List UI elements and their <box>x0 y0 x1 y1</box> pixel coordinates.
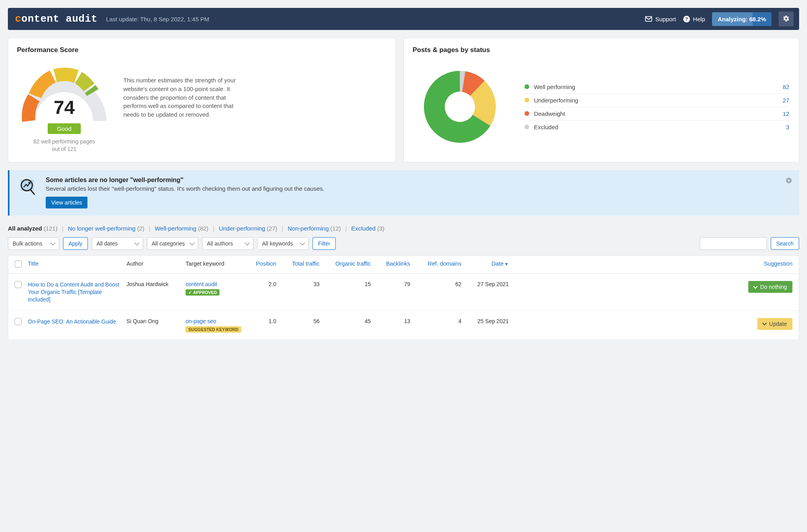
svg-text:?: ? <box>685 16 688 22</box>
col-suggestion[interactable]: Suggestion <box>509 260 792 267</box>
authors-select[interactable]: All authors <box>202 237 253 250</box>
table-row: How to Do a Content Audit and Boost Your… <box>8 274 799 311</box>
gear-icon <box>783 15 790 23</box>
performance-description: This number estimates the strength of yo… <box>123 60 238 119</box>
col-date[interactable]: Date▼ <box>461 260 509 267</box>
row-position: 1.0 <box>245 318 276 324</box>
tab-excluded[interactable]: Excluded (3) <box>351 225 384 232</box>
status-panel: Posts & pages by status <box>404 38 799 162</box>
col-backlinks[interactable]: Backlinks <box>371 260 410 267</box>
keyword-tag-approved: APPROVED <box>186 289 219 296</box>
filter-tabs: All analyzed (121) | No longer well-perf… <box>8 225 799 232</box>
bulk-actions-select[interactable]: Bulk actions <box>8 237 59 250</box>
apply-button[interactable]: Apply <box>63 237 88 250</box>
row-author: Joshua Hardwick <box>126 281 186 287</box>
performance-panel: Performance Score <box>8 38 396 162</box>
filter-button[interactable]: Filter <box>312 237 336 250</box>
magnify-trend-icon <box>17 177 38 198</box>
col-title[interactable]: Title <box>28 260 126 267</box>
performance-subtext: 82 well performing pages out of 121 <box>17 138 112 153</box>
row-date: 27 Sep 2021 <box>461 281 509 287</box>
mail-icon <box>645 16 652 22</box>
alert-close-button[interactable] <box>786 177 792 185</box>
row-ref-domains: 62 <box>410 281 461 287</box>
categories-select[interactable]: All categories <box>147 237 198 250</box>
row-author: Si Quan Ong <box>126 318 186 324</box>
legend-row[interactable]: Well performing 82 <box>524 80 790 94</box>
col-keyword: Target keyword <box>186 260 245 267</box>
legend-row[interactable]: Excluded 3 <box>524 121 790 134</box>
status-legend: Well performing 82 Underperforming 27 De… <box>524 80 790 134</box>
table-header: Title Author Target keyword Position Tot… <box>8 256 799 274</box>
row-total-traffic: 56 <box>276 318 320 324</box>
keywords-select[interactable]: All keywords <box>257 237 309 250</box>
tab-all-analyzed[interactable]: All analyzed (121) <box>8 225 59 232</box>
select-all-checkbox[interactable] <box>15 260 22 268</box>
alert-title: Some articles are no longer "well-perfor… <box>46 177 324 184</box>
row-checkbox[interactable] <box>15 281 22 288</box>
row-position: 2.0 <box>245 281 276 287</box>
dates-select[interactable]: All dates <box>92 237 143 250</box>
logo: content audit <box>15 13 97 25</box>
col-total-traffic[interactable]: Total traffic <box>276 260 320 267</box>
col-author: Author <box>126 260 186 267</box>
row-keyword-link[interactable]: content audit <box>186 281 245 287</box>
performance-gauge: 74 <box>17 62 112 125</box>
performance-score: 74 <box>17 97 112 118</box>
support-label: Support <box>655 16 676 22</box>
tab-well-performing[interactable]: Well-performing (82) <box>155 225 210 232</box>
alert-banner: Some articles are no longer "well-perfor… <box>8 170 799 216</box>
tab-non-performing[interactable]: Non-performing (12) <box>288 225 342 232</box>
analyzing-label: Analyzing: 68.2% <box>718 16 766 22</box>
performance-title: Performance Score <box>17 46 387 54</box>
suggestion-button[interactable]: Update <box>757 318 792 330</box>
filter-controls: Bulk actions Apply All dates All categor… <box>8 237 799 250</box>
row-ref-domains: 4 <box>410 318 461 324</box>
row-date: 25 Sep 2021 <box>461 318 509 324</box>
support-link[interactable]: Support <box>645 16 676 22</box>
performance-badge: Good <box>48 123 81 134</box>
status-title: Posts & pages by status <box>413 46 790 54</box>
alert-text: Several articles lost their "well-perfor… <box>46 185 324 192</box>
row-total-traffic: 33 <box>276 281 320 287</box>
row-backlinks: 79 <box>371 281 410 287</box>
svg-point-2 <box>445 92 475 122</box>
keyword-tag-suggested: SUGGESTED KEYWORD <box>186 326 241 333</box>
table-row: On-Page SEO: An Actionable Guide Si Quan… <box>8 311 799 340</box>
col-ref-domains[interactable]: Ref. domains <box>410 260 461 267</box>
help-label: Help <box>693 16 705 22</box>
row-title-link[interactable]: How to Do a Content Audit and Boost Your… <box>28 281 119 303</box>
row-organic-traffic: 15 <box>320 281 371 287</box>
close-icon <box>786 179 792 185</box>
help-link[interactable]: ? Help <box>683 16 705 22</box>
settings-button[interactable] <box>779 11 794 26</box>
row-checkbox[interactable] <box>15 318 22 325</box>
app-header: content audit Last update: Thu, 8 Sep 20… <box>8 8 799 30</box>
col-organic-traffic[interactable]: Organic traffic <box>320 260 371 267</box>
row-organic-traffic: 45 <box>320 318 371 324</box>
suggestion-button[interactable]: Do nothing <box>748 281 792 293</box>
last-update: Last update: Thu, 8 Sep 2022, 1:45 PM <box>106 16 209 22</box>
help-icon: ? <box>683 16 690 22</box>
legend-dot-icon <box>524 98 529 102</box>
row-keyword-link[interactable]: on-page seo <box>186 318 245 324</box>
legend-dot-icon <box>524 111 529 116</box>
search-input[interactable] <box>700 237 767 250</box>
analyzing-status[interactable]: Analyzing: 68.2% <box>712 12 772 26</box>
legend-dot-icon <box>524 84 529 89</box>
sort-desc-icon: ▼ <box>504 262 509 266</box>
tab-no-longer-well[interactable]: No longer well-performing (2) <box>68 225 146 232</box>
col-position[interactable]: Position <box>245 260 276 267</box>
search-button[interactable]: Search <box>771 237 799 250</box>
results-table: Title Author Target keyword Position Tot… <box>8 255 799 340</box>
row-backlinks: 13 <box>371 318 410 324</box>
chevron-down-icon <box>762 321 766 326</box>
row-title-link[interactable]: On-Page SEO: An Actionable Guide <box>28 318 116 325</box>
tab-under-performing[interactable]: Under-performing (27) <box>219 225 279 232</box>
legend-dot-icon <box>524 125 529 129</box>
legend-row[interactable]: Deadweight 12 <box>524 107 790 121</box>
chevron-down-icon <box>753 284 758 288</box>
status-donut-chart <box>413 60 507 154</box>
view-articles-button[interactable]: View articles <box>46 197 87 208</box>
legend-row[interactable]: Underperforming 27 <box>524 94 790 107</box>
